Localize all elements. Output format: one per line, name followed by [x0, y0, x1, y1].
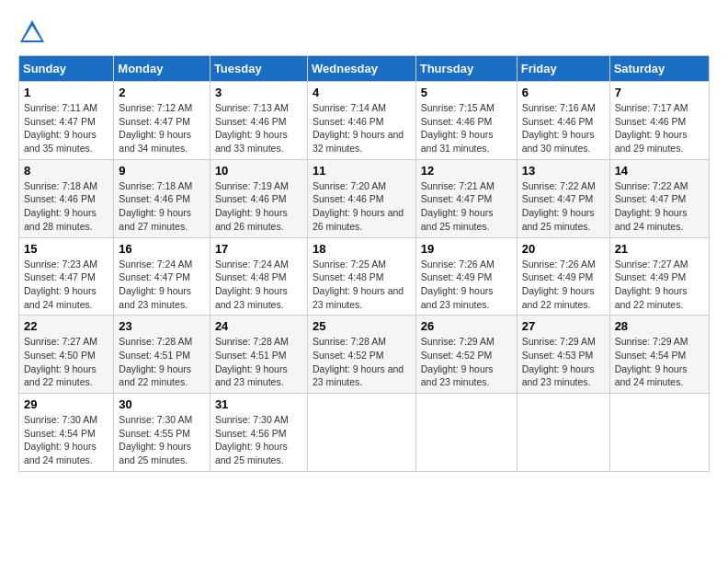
day-number: 31: [215, 397, 302, 411]
day-info: Sunrise: 7:14 AMSunset: 4:46 PMDaylight:…: [313, 101, 411, 155]
day-info: Sunrise: 7:21 AMSunset: 4:47 PMDaylight:…: [421, 179, 512, 234]
weekday-header-monday: Monday: [114, 56, 210, 82]
day-number: 26: [421, 319, 512, 333]
day-info: Sunrise: 7:15 AMSunset: 4:46 PMDaylight:…: [421, 101, 512, 155]
day-info: Sunrise: 7:29 AMSunset: 4:54 PMDaylight:…: [615, 335, 704, 389]
calendar-cell: [517, 394, 609, 472]
calendar-cell: 23Sunrise: 7:28 AMSunset: 4:51 PMDayligh…: [114, 316, 210, 394]
day-info: Sunrise: 7:22 AMSunset: 4:47 PMDaylight:…: [522, 179, 605, 234]
day-number: 12: [421, 164, 512, 178]
day-number: 23: [119, 319, 205, 333]
calendar-cell: 27Sunrise: 7:29 AMSunset: 4:53 PMDayligh…: [517, 316, 609, 394]
day-info: Sunrise: 7:30 AMSunset: 4:54 PMDaylight:…: [24, 413, 108, 467]
day-number: 3: [215, 86, 302, 99]
day-number: 27: [522, 319, 605, 333]
day-info: Sunrise: 7:29 AMSunset: 4:52 PMDaylight:…: [421, 335, 512, 389]
day-number: 29: [24, 397, 108, 411]
calendar-cell: 20Sunrise: 7:26 AMSunset: 4:49 PMDayligh…: [517, 237, 609, 316]
calendar-week-row: 22Sunrise: 7:27 AMSunset: 4:50 PMDayligh…: [19, 316, 710, 394]
day-info: Sunrise: 7:13 AMSunset: 4:46 PMDaylight:…: [215, 101, 302, 155]
day-info: Sunrise: 7:25 AMSunset: 4:48 PMDaylight:…: [313, 258, 411, 312]
calendar-cell: 13Sunrise: 7:22 AMSunset: 4:47 PMDayligh…: [517, 159, 609, 237]
calendar-cell: [307, 394, 415, 472]
calendar-cell: 25Sunrise: 7:28 AMSunset: 4:52 PMDayligh…: [307, 316, 415, 394]
calendar-cell: 9Sunrise: 7:18 AMSunset: 4:46 PMDaylight…: [114, 159, 210, 237]
calendar-cell: 7Sunrise: 7:17 AMSunset: 4:46 PMDaylight…: [609, 82, 709, 160]
day-number: 17: [215, 242, 302, 256]
weekday-header-tuesday: Tuesday: [210, 56, 307, 82]
day-info: Sunrise: 7:16 AMSunset: 4:46 PMDaylight:…: [522, 101, 605, 155]
day-number: 24: [215, 319, 302, 333]
day-info: Sunrise: 7:30 AMSunset: 4:56 PMDaylight:…: [215, 413, 302, 467]
calendar-cell: 3Sunrise: 7:13 AMSunset: 4:46 PMDaylight…: [210, 82, 307, 160]
day-number: 28: [615, 319, 704, 333]
weekday-header-wednesday: Wednesday: [307, 56, 415, 82]
day-number: 18: [313, 242, 411, 256]
day-number: 16: [119, 242, 205, 256]
calendar-week-row: 15Sunrise: 7:23 AMSunset: 4:47 PMDayligh…: [19, 237, 710, 316]
day-number: 10: [215, 164, 302, 178]
day-number: 20: [522, 242, 605, 256]
day-info: Sunrise: 7:27 AMSunset: 4:49 PMDaylight:…: [615, 258, 704, 312]
calendar-table: SundayMondayTuesdayWednesdayThursdayFrid…: [18, 55, 710, 472]
day-number: 19: [421, 242, 512, 256]
calendar-cell: [415, 394, 517, 472]
day-info: Sunrise: 7:11 AMSunset: 4:47 PMDaylight:…: [24, 101, 108, 155]
day-info: Sunrise: 7:18 AMSunset: 4:46 PMDaylight:…: [24, 179, 108, 234]
calendar-cell: 26Sunrise: 7:29 AMSunset: 4:52 PMDayligh…: [415, 316, 517, 394]
calendar-cell: 24Sunrise: 7:28 AMSunset: 4:51 PMDayligh…: [210, 316, 307, 394]
calendar-cell: 19Sunrise: 7:26 AMSunset: 4:49 PMDayligh…: [415, 237, 517, 316]
calendar-cell: 31Sunrise: 7:30 AMSunset: 4:56 PMDayligh…: [210, 394, 307, 472]
day-info: Sunrise: 7:30 AMSunset: 4:55 PMDaylight:…: [119, 413, 205, 467]
calendar-cell: 30Sunrise: 7:30 AMSunset: 4:55 PMDayligh…: [114, 394, 210, 472]
calendar-cell: 14Sunrise: 7:22 AMSunset: 4:47 PMDayligh…: [609, 159, 709, 237]
calendar-cell: 5Sunrise: 7:15 AMSunset: 4:46 PMDaylight…: [415, 82, 517, 160]
day-number: 30: [119, 397, 205, 411]
day-number: 5: [421, 86, 512, 99]
calendar-cell: 4Sunrise: 7:14 AMSunset: 4:46 PMDaylight…: [307, 82, 415, 160]
day-info: Sunrise: 7:26 AMSunset: 4:49 PMDaylight:…: [522, 258, 605, 312]
calendar-cell: 29Sunrise: 7:30 AMSunset: 4:54 PMDayligh…: [19, 394, 114, 472]
calendar-cell: 16Sunrise: 7:24 AMSunset: 4:47 PMDayligh…: [114, 237, 210, 316]
calendar-cell: 2Sunrise: 7:12 AMSunset: 4:47 PMDaylight…: [114, 82, 210, 160]
calendar-week-row: 29Sunrise: 7:30 AMSunset: 4:54 PMDayligh…: [19, 394, 710, 472]
day-info: Sunrise: 7:12 AMSunset: 4:47 PMDaylight:…: [119, 101, 205, 155]
day-number: 11: [313, 164, 411, 178]
day-info: Sunrise: 7:24 AMSunset: 4:47 PMDaylight:…: [119, 258, 205, 312]
day-info: Sunrise: 7:26 AMSunset: 4:49 PMDaylight:…: [421, 258, 512, 312]
day-number: 8: [24, 164, 108, 178]
day-number: 2: [119, 86, 205, 99]
day-info: Sunrise: 7:22 AMSunset: 4:47 PMDaylight:…: [615, 179, 704, 234]
calendar-cell: 17Sunrise: 7:24 AMSunset: 4:48 PMDayligh…: [210, 237, 307, 316]
calendar-cell: 18Sunrise: 7:25 AMSunset: 4:48 PMDayligh…: [307, 237, 415, 316]
weekday-header-thursday: Thursday: [415, 56, 517, 82]
calendar-cell: [609, 394, 709, 472]
day-number: 25: [313, 319, 411, 333]
day-number: 7: [615, 86, 704, 99]
day-number: 6: [522, 86, 605, 99]
day-info: Sunrise: 7:28 AMSunset: 4:51 PMDaylight:…: [215, 335, 302, 389]
day-number: 1: [24, 86, 108, 99]
day-info: Sunrise: 7:28 AMSunset: 4:52 PMDaylight:…: [313, 335, 411, 389]
page-header: [18, 18, 710, 46]
day-number: 22: [24, 319, 108, 333]
weekday-header-friday: Friday: [517, 56, 609, 82]
calendar-cell: 11Sunrise: 7:20 AMSunset: 4:46 PMDayligh…: [307, 159, 415, 237]
day-info: Sunrise: 7:23 AMSunset: 4:47 PMDaylight:…: [24, 258, 108, 312]
day-number: 13: [522, 164, 605, 178]
calendar-week-row: 1Sunrise: 7:11 AMSunset: 4:47 PMDaylight…: [19, 82, 710, 160]
calendar-cell: 21Sunrise: 7:27 AMSunset: 4:49 PMDayligh…: [609, 237, 709, 316]
calendar-week-row: 8Sunrise: 7:18 AMSunset: 4:46 PMDaylight…: [19, 159, 710, 237]
calendar-header-row: SundayMondayTuesdayWednesdayThursdayFrid…: [19, 56, 710, 82]
day-info: Sunrise: 7:24 AMSunset: 4:48 PMDaylight:…: [215, 258, 302, 312]
day-info: Sunrise: 7:29 AMSunset: 4:53 PMDaylight:…: [522, 335, 605, 389]
calendar-cell: 1Sunrise: 7:11 AMSunset: 4:47 PMDaylight…: [19, 82, 114, 160]
calendar-cell: 28Sunrise: 7:29 AMSunset: 4:54 PMDayligh…: [609, 316, 709, 394]
calendar-cell: 6Sunrise: 7:16 AMSunset: 4:46 PMDaylight…: [517, 82, 609, 160]
day-info: Sunrise: 7:28 AMSunset: 4:51 PMDaylight:…: [119, 335, 205, 389]
day-number: 14: [615, 164, 704, 178]
calendar-cell: 8Sunrise: 7:18 AMSunset: 4:46 PMDaylight…: [19, 159, 114, 237]
calendar-cell: 12Sunrise: 7:21 AMSunset: 4:47 PMDayligh…: [415, 159, 517, 237]
day-number: 4: [313, 86, 411, 99]
day-number: 15: [24, 242, 108, 256]
